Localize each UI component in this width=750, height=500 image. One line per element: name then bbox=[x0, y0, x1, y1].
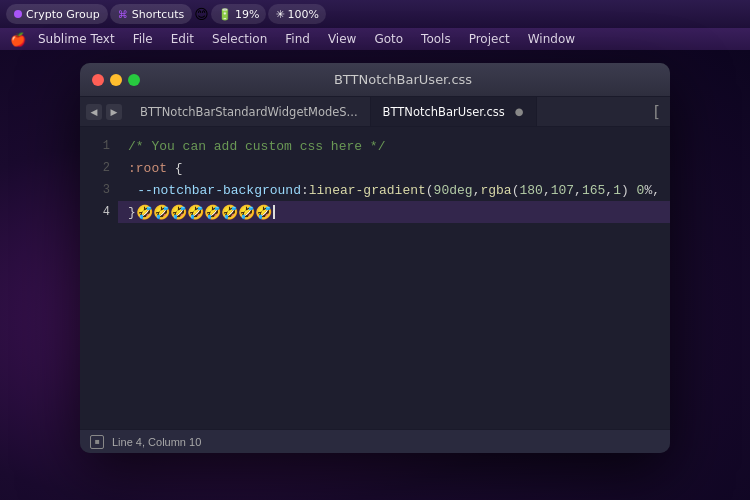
appbar-item-sublime[interactable]: Sublime Text bbox=[30, 31, 123, 47]
code-text-2b: { bbox=[175, 161, 183, 176]
shortcuts-icon: ⌘ bbox=[118, 9, 128, 20]
editor-window: BTTNotchBarUser.css ◀ ▶ BTTNotchBarStand… bbox=[80, 63, 670, 453]
tab-nav: ◀ ▶ bbox=[80, 97, 128, 126]
code-text-3b: linear-gradient bbox=[309, 183, 426, 198]
brightness-pill: ✳ 100% bbox=[268, 4, 326, 24]
sun-icon: ✳ bbox=[275, 8, 284, 21]
code-num-3a: 180 bbox=[519, 183, 542, 198]
shortcuts-pill[interactable]: ⌘ Shortcuts bbox=[110, 4, 193, 24]
appbar-item-view[interactable]: View bbox=[320, 31, 364, 47]
status-square-icon: ▪ bbox=[94, 437, 99, 446]
code-colon-3: : bbox=[301, 183, 309, 198]
status-line-col: Line 4, Column 10 bbox=[112, 436, 201, 448]
tab-bracket: [ bbox=[644, 97, 670, 126]
close-button[interactable] bbox=[92, 74, 104, 86]
title-bar: BTTNotchBarUser.css bbox=[80, 63, 670, 97]
desktop: BTTNotchBarUser.css ◀ ▶ BTTNotchBarStand… bbox=[0, 50, 750, 500]
shortcuts-label: Shortcuts bbox=[132, 8, 185, 21]
line-numbers: 1 2 3 4 bbox=[80, 127, 118, 429]
window-title: BTTNotchBarUser.css bbox=[148, 72, 658, 87]
line-num-2: 2 bbox=[80, 157, 118, 179]
appbar-item-selection[interactable]: Selection bbox=[204, 31, 275, 47]
code-comma-3a: , bbox=[473, 183, 481, 198]
code-comma-3d: , bbox=[605, 183, 613, 198]
emoji-pill[interactable]: 😊 bbox=[194, 6, 209, 22]
minimize-button[interactable] bbox=[110, 74, 122, 86]
code-unit-3: % bbox=[644, 183, 652, 198]
appbar-item-file[interactable]: File bbox=[125, 31, 161, 47]
status-icon: ▪ bbox=[90, 435, 104, 449]
code-text-3c: 90deg bbox=[434, 183, 473, 198]
code-line-4: }🤣🤣🤣🤣🤣🤣🤣🤣 bbox=[118, 201, 670, 223]
appbar-item-edit[interactable]: Edit bbox=[163, 31, 202, 47]
battery-percent: 19% bbox=[235, 8, 259, 21]
code-num-3c: 165 bbox=[582, 183, 605, 198]
appbar-item-project[interactable]: Project bbox=[461, 31, 518, 47]
battery-icon: 🔋 bbox=[218, 8, 232, 21]
code-paren-3b: ( bbox=[512, 183, 520, 198]
code-paren-3c: ) bbox=[621, 183, 629, 198]
maximize-button[interactable] bbox=[128, 74, 140, 86]
menubar-left: Crypto Group ⌘ Shortcuts 😊 🔋 19% ✳ 100% bbox=[6, 4, 326, 24]
tab-2-label: BTTNotchBarUser.css bbox=[383, 105, 505, 119]
emoji-icon: 😊 bbox=[194, 6, 209, 22]
code-text-1: /* You can add custom css here */ bbox=[128, 139, 385, 154]
code-emoji-4: 🤣🤣🤣🤣🤣🤣🤣🤣 bbox=[136, 204, 272, 221]
line-num-3: 3 bbox=[80, 179, 118, 201]
tab-bar: ◀ ▶ BTTNotchBarStandardWidgetModeS... BT… bbox=[80, 97, 670, 127]
code-num-3d: 1 bbox=[613, 183, 621, 198]
code-text-3d: rgba bbox=[480, 183, 511, 198]
code-brace-4: } bbox=[128, 205, 136, 220]
code-comma-3c: , bbox=[574, 183, 582, 198]
tab-next-button[interactable]: ▶ bbox=[106, 104, 122, 120]
code-text-2a: :root bbox=[128, 161, 167, 176]
brightness-percent: 100% bbox=[288, 8, 319, 21]
status-bar: ▪ Line 4, Column 10 bbox=[80, 429, 670, 453]
tab-2-dot: ● bbox=[515, 106, 524, 117]
text-cursor bbox=[273, 205, 275, 219]
code-comma-3e: , bbox=[652, 183, 660, 198]
tab-1[interactable]: BTTNotchBarStandardWidgetModeS... bbox=[128, 97, 371, 126]
traffic-lights bbox=[92, 74, 140, 86]
line-num-4: 4 bbox=[80, 201, 118, 223]
apple-logo: 🍎 bbox=[8, 29, 28, 49]
crypto-dot-icon bbox=[14, 10, 22, 18]
menubar: Crypto Group ⌘ Shortcuts 😊 🔋 19% ✳ 100% bbox=[0, 0, 750, 28]
tab-2[interactable]: BTTNotchBarUser.css ● bbox=[371, 97, 537, 126]
line-num-1: 1 bbox=[80, 135, 118, 157]
code-content[interactable]: /* You can add custom css here */ :root … bbox=[118, 127, 670, 429]
code-area: 1 2 3 4 /* You can add custom css here *… bbox=[80, 127, 670, 429]
appbar-item-window[interactable]: Window bbox=[520, 31, 583, 47]
code-num-3b: 107 bbox=[551, 183, 574, 198]
appbar-item-goto[interactable]: Goto bbox=[366, 31, 411, 47]
tab-1-label: BTTNotchBarStandardWidgetModeS... bbox=[140, 105, 358, 119]
code-line-3: --notchbar-background: linear-gradient(9… bbox=[118, 179, 670, 201]
code-paren-3a: ( bbox=[426, 183, 434, 198]
battery-pill: 🔋 19% bbox=[211, 4, 266, 24]
code-text-3a: --notchbar-background bbox=[137, 183, 301, 198]
code-num-3e: 0 bbox=[637, 183, 645, 198]
appbar-item-find[interactable]: Find bbox=[277, 31, 318, 47]
code-line-1: /* You can add custom css here */ bbox=[118, 135, 670, 157]
appbar-item-tools[interactable]: Tools bbox=[413, 31, 459, 47]
code-line-2: :root { bbox=[118, 157, 670, 179]
crypto-group-label: Crypto Group bbox=[26, 8, 100, 21]
code-comma-3b: , bbox=[543, 183, 551, 198]
appbar: 🍎 Sublime Text File Edit Selection Find … bbox=[0, 28, 750, 50]
crypto-group-pill[interactable]: Crypto Group bbox=[6, 4, 108, 24]
tab-prev-button[interactable]: ◀ bbox=[86, 104, 102, 120]
